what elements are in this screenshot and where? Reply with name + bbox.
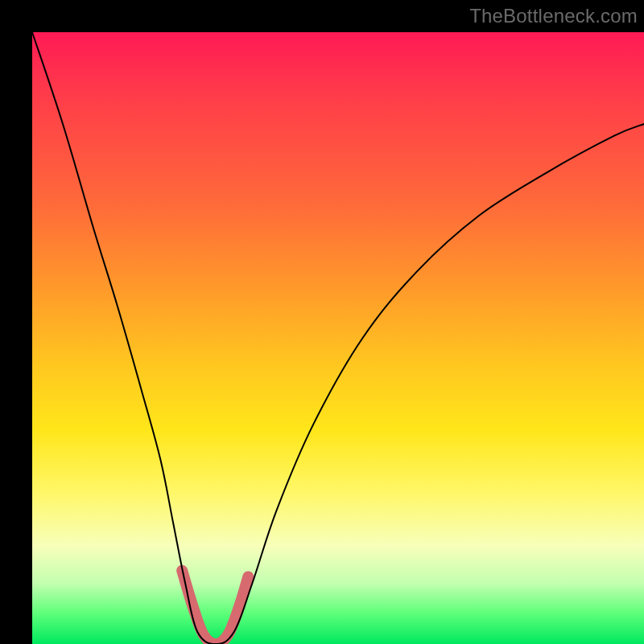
plot-area	[32, 32, 644, 644]
curve-layer	[32, 32, 644, 644]
watermark-text: TheBottleneck.com	[469, 5, 638, 27]
curve-accent	[182, 571, 248, 644]
bottleneck-curve	[32, 32, 644, 644]
chart-frame: TheBottleneck.com	[0, 0, 644, 644]
